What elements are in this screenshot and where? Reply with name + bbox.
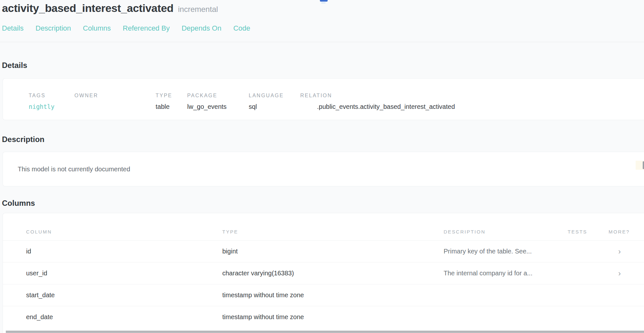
- table-row-user-id[interactable]: user_id character varying(16383) The int…: [3, 262, 644, 284]
- column-header-type: TYPE: [222, 229, 444, 235]
- columns-table-header: COLUMN TYPE DESCRIPTION TESTS MORE?: [3, 229, 644, 235]
- cell-column-name: user_id: [26, 270, 222, 277]
- details-section-heading: Details: [2, 61, 644, 70]
- cell-description: Primary key of the table. See...: [444, 248, 568, 255]
- nav-link-details[interactable]: Details: [2, 24, 24, 33]
- relation-value: .public_events.activity_based_interest_a…: [317, 103, 644, 110]
- nav-link-columns[interactable]: Columns: [83, 24, 111, 33]
- materialization-badge: incremental: [178, 5, 218, 14]
- column-header-tests: TESTS: [568, 229, 609, 235]
- cell-type: timestamp without time zone: [222, 291, 444, 299]
- columns-section-heading: Columns: [2, 199, 644, 208]
- column-header-column: COLUMN: [26, 229, 222, 235]
- column-header-more: MORE?: [609, 229, 644, 235]
- detail-field-language: LANGUAGE sql: [249, 93, 300, 120]
- header-divider: [0, 42, 644, 42]
- description-section-heading: Description: [2, 135, 644, 144]
- clipped-edit-button[interactable]: [636, 161, 644, 170]
- detail-field-package: PACKAGE lw_go_events: [187, 93, 249, 120]
- detail-value: table: [156, 103, 187, 110]
- detail-field-owner: OWNER: [74, 93, 156, 120]
- nav-link-referenced-by[interactable]: Referenced By: [123, 24, 170, 33]
- cell-column-name: id: [26, 248, 222, 255]
- description-text: This model is not currently documented: [18, 166, 644, 173]
- row-expand-chevron-icon[interactable]: ›: [609, 248, 644, 255]
- detail-label: PACKAGE: [187, 93, 249, 99]
- window-bottom-edge: [6, 331, 644, 333]
- detail-label: TYPE: [156, 93, 187, 99]
- nav-link-code[interactable]: Code: [233, 24, 250, 33]
- detail-field-relation: RELATION .public_events.activity_based_i…: [300, 93, 644, 120]
- cell-type: character varying(16383): [222, 270, 444, 277]
- page-title: activity_based_interest_activated: [2, 2, 174, 14]
- tag-link-nightly[interactable]: nightly: [29, 103, 74, 110]
- detail-value: lw_go_events: [187, 103, 249, 110]
- detail-label: OWNER: [74, 93, 156, 99]
- column-header-description: DESCRIPTION: [444, 229, 568, 235]
- cell-type: bigint: [222, 248, 444, 255]
- table-row-start-date[interactable]: start_date timestamp without time zone: [3, 284, 644, 306]
- nav-link-depends-on[interactable]: Depends On: [182, 24, 222, 33]
- detail-label: RELATION: [300, 93, 644, 99]
- cell-description: The internal company id for a...: [444, 270, 568, 277]
- detail-field-type: TYPE table: [156, 93, 187, 120]
- anchor-nav: Details Description Columns Referenced B…: [0, 24, 644, 33]
- table-row-end-date[interactable]: end_date timestamp without time zone: [3, 306, 644, 328]
- table-row-id[interactable]: id bigint Primary key of the table. See.…: [3, 240, 644, 262]
- detail-field-tags: TAGS nightly: [29, 93, 74, 120]
- detail-value: sql: [249, 103, 300, 110]
- detail-label: TAGS: [29, 93, 74, 99]
- description-card: This model is not currently documented: [3, 152, 644, 186]
- nav-link-description[interactable]: Description: [35, 24, 71, 33]
- cell-type: timestamp without time zone: [222, 313, 444, 321]
- cell-column-name: start_date: [26, 291, 222, 299]
- cell-column-name: end_date: [26, 313, 222, 321]
- details-card: TAGS nightly OWNER TYPE table PACKAGE lw…: [3, 78, 644, 120]
- row-expand-chevron-icon[interactable]: ›: [609, 270, 644, 277]
- columns-card: COLUMN TYPE DESCRIPTION TESTS MORE? id b…: [3, 213, 644, 333]
- clipped-link-icon[interactable]: [320, 0, 328, 2]
- detail-label: LANGUAGE: [249, 93, 300, 99]
